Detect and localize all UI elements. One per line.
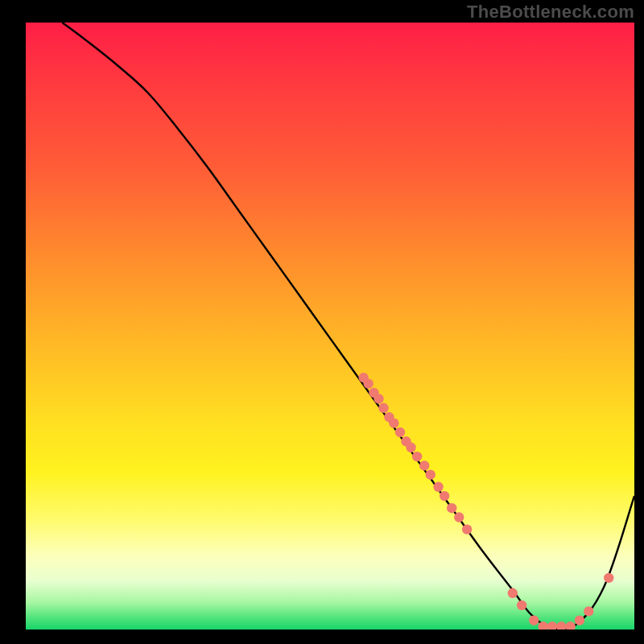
data-marker [517, 601, 526, 610]
data-marker [584, 606, 593, 616]
data-marker [462, 524, 472, 534]
data-marker [378, 403, 388, 413]
data-marker [575, 615, 584, 625]
data-markers [358, 373, 613, 630]
data-marker [508, 588, 518, 598]
data-marker [433, 482, 443, 492]
data-marker [556, 621, 566, 630]
data-marker [447, 503, 456, 513]
data-marker [547, 621, 557, 630]
data-marker [419, 460, 429, 470]
data-marker [412, 452, 422, 461]
data-marker [363, 378, 373, 388]
data-marker [529, 615, 539, 625]
data-marker [374, 394, 383, 403]
plot-area [26, 23, 634, 630]
bottleneck-curve [26, 23, 634, 630]
data-marker [565, 621, 575, 630]
chart-frame: TheBottleneck.com [0, 0, 644, 644]
data-marker [454, 512, 464, 522]
data-marker [406, 443, 415, 452]
curve-line [62, 23, 634, 630]
data-marker [604, 573, 613, 583]
data-marker [395, 427, 405, 437]
watermark-text: TheBottleneck.com [467, 2, 634, 23]
data-marker [426, 470, 436, 480]
data-marker [440, 491, 449, 501]
data-marker [389, 418, 398, 427]
